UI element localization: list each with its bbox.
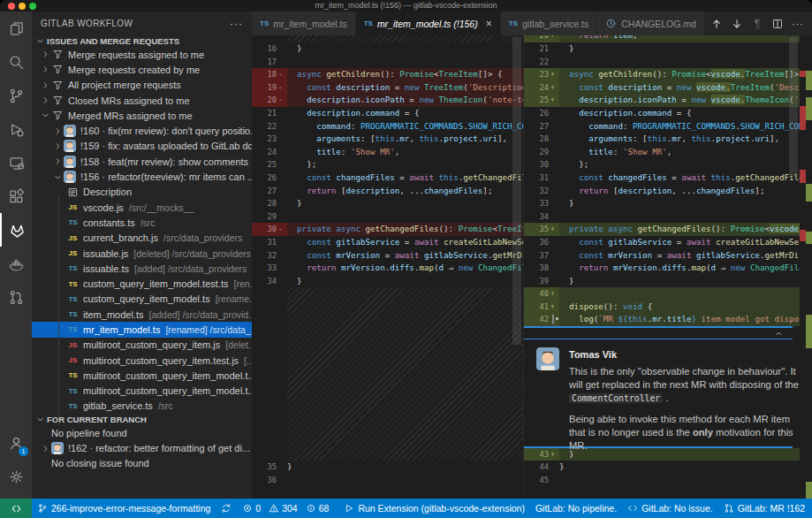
- code-line[interactable]: 25 };: [252, 158, 523, 171]
- tree-item[interactable]: !160 · fix(mr review): don't query posit…: [32, 123, 252, 138]
- code-line[interactable]: 36 const gitlabService = await createGit…: [524, 236, 800, 249]
- tree-item[interactable]: JSmultiroot_custom_query_item.js[delet..…: [32, 338, 252, 353]
- tree-item[interactable]: JSmultiroot_custom_query_item.test.js[..…: [32, 353, 252, 368]
- code-line[interactable]: 20+ return item;: [524, 35, 800, 42]
- tree-item[interactable]: TSmr_item_model.ts[renamed] /src/data_..…: [32, 322, 252, 337]
- tab-mr-item-model-ts[interactable]: TSmr_item_model.ts: [252, 11, 356, 35]
- code-line[interactable]: 32 return [description, ...changedFiles]…: [524, 185, 800, 198]
- code-line[interactable]: 17: [252, 56, 523, 69]
- code-line[interactable]: 25+ description.iconPath = new vscode.Th…: [524, 94, 800, 107]
- left-pane-scrollbar[interactable]: [512, 37, 521, 345]
- status-item-gitlab-no-pipeline-[interactable]: GitLab: No pipeline.: [530, 499, 622, 518]
- sidebar-more-actions-icon[interactable]: ···: [230, 18, 243, 30]
- activity-bar-item-settings-gear-icon[interactable]: [0, 460, 32, 493]
- code-line[interactable]: 45: [524, 474, 800, 487]
- activity-bar-item-gitlab-icon[interactable]: [0, 213, 32, 247]
- status-item-gitlab-mr-162[interactable]: GitLab: MR !162: [718, 499, 810, 518]
- tree-item[interactable]: !156 · refactor(treeview): mr items can …: [32, 169, 252, 184]
- tree-item[interactable]: Description: [32, 185, 252, 200]
- tree-item[interactable]: TSmultiroot_custom_query_item_model.t...: [32, 368, 252, 383]
- code-line[interactable]: 30 };: [524, 158, 800, 171]
- activity-bar-item-source-control-icon[interactable]: [0, 79, 32, 112]
- code-line[interactable]: 31 const changedFiles = await this.getCh…: [524, 171, 800, 185]
- tab-mr-item-model-ts-156-[interactable]: TSmr_item_model.ts (!156)×: [356, 11, 501, 35]
- comment-collapse-button[interactable]: [524, 328, 793, 339]
- tree-item[interactable]: TScustom_query_item_model.test.ts[ren...: [32, 276, 252, 291]
- activity-bar-item-files-icon[interactable]: [0, 11, 32, 45]
- tree-item[interactable]: TScustom_query_item_model.ts[rename...: [32, 292, 252, 307]
- code-line[interactable]: 34: [524, 210, 800, 224]
- code-line[interactable]: 37 const mrVersion = await gitlabService…: [524, 249, 800, 263]
- code-line[interactable]: 42 log(`MR ${this.mr.title} item model g…: [524, 313, 800, 326]
- comment-thread-icon[interactable]: [552, 314, 554, 324]
- arrow-down-icon[interactable]: [730, 17, 744, 31]
- status-item-run-extension-gitlab-vscode-[interactable]: Run Extension (gitlab-vscode-extension): [338, 499, 530, 518]
- tree-item[interactable]: Merged MRs assigned to me: [32, 108, 252, 123]
- tree-item[interactable]: !158 · feat(mr review): show comments ..…: [32, 154, 252, 169]
- split-editor-icon[interactable]: [770, 17, 785, 31]
- code-line[interactable]: 16 }: [252, 42, 523, 56]
- tree-item[interactable]: No closing issue found: [32, 456, 252, 471]
- activity-bar-item-pull-request-icon[interactable]: [0, 280, 32, 314]
- activity-bar-item-remote-explorer-icon[interactable]: [0, 146, 32, 179]
- code-line[interactable]: 41+ dispose(): void {: [524, 301, 800, 314]
- tree-section-header[interactable]: FOR CURRENT BRANCH: [32, 414, 252, 425]
- tree-item[interactable]: TSconstants.ts/src: [32, 215, 252, 230]
- code-line[interactable]: 31 const gitlabService = await createGit…: [252, 236, 523, 249]
- close-icon[interactable]: ×: [486, 18, 492, 30]
- status-item[interactable]: [216, 499, 237, 518]
- activity-bar-item-search-icon[interactable]: [0, 45, 32, 79]
- code-line[interactable]: 18- async getChildren(): Promise<TreeIte…: [252, 68, 523, 81]
- tree-item[interactable]: TSitem_model.ts[added] /src/data_provid.…: [32, 307, 252, 322]
- code-line[interactable]: 24 title: 'Show MR',: [252, 146, 523, 159]
- code-line[interactable]: 35+ private async getChangedFiles(): Pro…: [524, 223, 800, 236]
- activity-bar-item-debug-icon[interactable]: [0, 112, 32, 146]
- status-item-gitlab-no-issue-[interactable]: GitLab: No issue.: [622, 499, 718, 518]
- tree-item[interactable]: TSissuable.ts[added] /src/data_providers: [32, 261, 252, 276]
- tree-section-header[interactable]: ISSUES AND MERGE REQUESTS: [32, 35, 252, 47]
- code-line[interactable]: 27 command: PROGRAMMATIC_COMMANDS.SHOW_R…: [524, 120, 800, 133]
- code-line[interactable]: 26 const changedFiles = await this.getCh…: [252, 171, 523, 185]
- code-line[interactable]: 19- const description = new TreeItem('De…: [252, 81, 523, 95]
- code-line[interactable]: 28 }: [252, 197, 523, 210]
- code-line[interactable]: 32 const mrVersion = await gitlabService…: [252, 249, 523, 263]
- code-line[interactable]: 40+: [524, 287, 800, 301]
- tree-item[interactable]: TSmultiroot_custom_query_item_model.t...: [32, 384, 252, 399]
- tree-item[interactable]: Merge requests assigned to me: [32, 47, 252, 62]
- code-line[interactable]: 35}: [252, 461, 523, 474]
- code-line[interactable]: 34 }: [252, 275, 523, 288]
- code-line[interactable]: 38 return mrVersion.diffs.map(d ⇒ new Ch…: [524, 262, 800, 275]
- tree-item[interactable]: JSissuable.js[deleted] /src/data_provide…: [32, 246, 252, 261]
- activity-bar-item-extensions-icon[interactable]: [0, 179, 32, 213]
- code-line[interactable]: 29: [252, 210, 523, 224]
- remote-indicator[interactable]: [0, 499, 32, 518]
- tree-item[interactable]: !162 · refactor: better formatting of ge…: [32, 440, 252, 455]
- status-problems[interactable]: 030468: [237, 499, 338, 518]
- code-line[interactable]: 36: [252, 474, 523, 487]
- code-line[interactable]: 23 arguments: [this.mr, this.project.uri…: [252, 133, 523, 146]
- code-line[interactable]: 22: [524, 56, 800, 69]
- tree-item[interactable]: TSgitlab_service.ts/src: [32, 399, 252, 414]
- arrow-up-icon[interactable]: [710, 17, 724, 31]
- tree-item[interactable]: Closed MRs assigned to me: [32, 93, 252, 108]
- more-actions-icon[interactable]: ···: [791, 17, 805, 31]
- code-line[interactable]: 21 }: [524, 42, 800, 56]
- activity-bar-item-docker-icon[interactable]: [0, 247, 32, 280]
- tab-gitlab-service-ts[interactable]: TSgitlab_service.ts: [501, 11, 598, 35]
- code-line[interactable]: 28 arguments: [this.mr, this.project.uri…: [524, 133, 800, 146]
- code-line[interactable]: 24+ const description = new vscode.TreeI…: [524, 81, 800, 95]
- code-line[interactable]: 29 title: 'Show MR',: [524, 146, 800, 159]
- activity-bar-item-account-icon[interactable]: 1: [0, 426, 32, 460]
- code-line[interactable]: 44}: [524, 461, 800, 474]
- tree-item[interactable]: All project merge requests: [32, 78, 252, 93]
- code-line[interactable]: 33 }: [524, 197, 800, 210]
- code-line[interactable]: 20- description.iconPath = new ThemeIcon…: [252, 94, 523, 107]
- right-pane-scrollbar[interactable]: [789, 37, 798, 177]
- code-line[interactable]: 43+ }: [524, 448, 800, 461]
- code-line[interactable]: 27 return [description, ...changedFiles]…: [252, 185, 523, 198]
- code-line[interactable]: 39 }: [524, 275, 800, 288]
- tab-changelog-md[interactable]: CHANGELOG.md: [597, 11, 705, 35]
- tree-item[interactable]: JScurrent_branch.js/src/data_providers: [32, 231, 252, 246]
- tree-item[interactable]: Merge requests created by me: [32, 62, 252, 77]
- code-line[interactable]: 23+ async getChildren(): Promise<vscode.…: [524, 68, 800, 81]
